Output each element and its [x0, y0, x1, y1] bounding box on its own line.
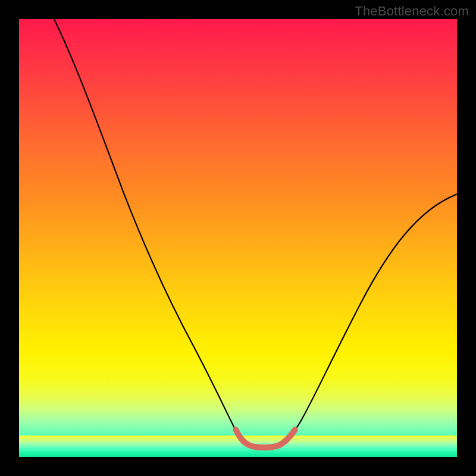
- watermark-text: TheBottleneck.com: [355, 4, 469, 19]
- optimal-region-highlight: [236, 430, 295, 447]
- bottleneck-curve: [54, 19, 457, 447]
- curve-svg: [19, 19, 457, 457]
- chart-frame: TheBottleneck.com: [0, 0, 476, 476]
- plot-area: [19, 19, 457, 457]
